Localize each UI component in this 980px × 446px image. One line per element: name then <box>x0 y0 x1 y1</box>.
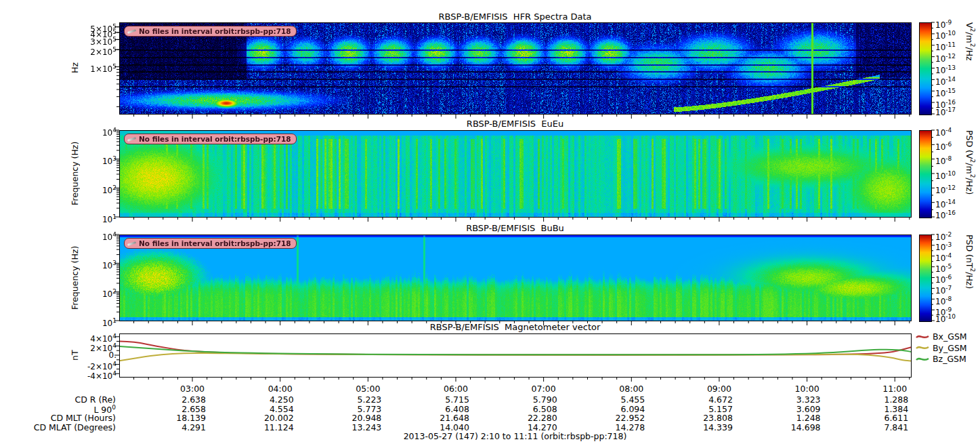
time-tick-label: 05:00 <box>346 384 389 394</box>
colorbar2-tick: 10-8 <box>935 155 976 166</box>
colorbar1-tick: 10-17 <box>935 106 976 117</box>
no-files-badge-panel1: No files in interval orbit:rbspb-pp:718 <box>124 26 297 37</box>
colorbar3-tick: 10-3 <box>935 241 976 252</box>
panel2-ytick: 101 <box>0 213 116 224</box>
colorbar2-tick: 10-12 <box>935 184 976 195</box>
colorbar-panel3 <box>919 235 932 322</box>
no-files-badge-panel2: No files in interval orbit:rbspb-pp:718 <box>124 134 297 144</box>
panel2-title: RBSP-B/EMFISIS EuEu <box>119 119 911 129</box>
panel3-ytick: 104 <box>0 230 116 242</box>
legend-item-by_gsm: By_GSM <box>916 343 967 353</box>
time-tick-label: 06:00 <box>434 384 477 394</box>
colorbar3-tick: 10-8 <box>935 295 976 306</box>
no-files-badge-text: No files in interval orbit:rbspb-pp:718 <box>139 239 291 247</box>
colorbar2-tick: 10-10 <box>935 169 976 181</box>
panel2-ylabel: Frequency (Hz) <box>70 130 80 217</box>
colorbar2-tick: 10-4 <box>935 126 976 138</box>
colorbar3-tick: 10-7 <box>935 284 976 296</box>
panel3-ytick: 103 <box>0 259 116 270</box>
colorbar3-tick: 10-5 <box>935 262 976 274</box>
colorbar3-tick: 10-6 <box>935 273 976 285</box>
panel4-ytick: -4×104 <box>0 369 116 381</box>
colorbar1-tick: 10-14 <box>935 75 976 87</box>
colorbar1-tick: 10-9 <box>935 18 976 30</box>
panel3-ytick: 102 <box>0 287 116 299</box>
time-tick-label: 08:00 <box>610 384 653 394</box>
legend-line-swatch <box>916 344 929 351</box>
colorbar3-tick: 10-4 <box>935 251 976 263</box>
colorbar1-tick: 10-10 <box>935 29 976 41</box>
panel2-ytick: 104 <box>0 126 116 138</box>
panel4-title: RBSP-B/EMFISIS Magnetometer vector <box>119 322 911 332</box>
time-range-caption: 2013-05-27 (147) 2:10 to 11:11 (orbit:rb… <box>119 431 911 441</box>
no-files-badge-text: No files in interval orbit:rbspb-pp:718 <box>139 135 291 143</box>
ephemeris-row-label: CD MLAT (Degrees) <box>0 422 116 432</box>
legend-label: Bz_GSM <box>933 354 966 364</box>
legend-item-bx_gsm: Bx_GSM <box>916 331 967 342</box>
panel3-ytick: 101 <box>0 317 116 328</box>
pencil-icon <box>127 136 136 142</box>
pencil-icon <box>127 28 136 34</box>
colorbar-panel2 <box>919 130 932 218</box>
panel4-ytick: 0. <box>0 351 116 360</box>
legend-line-swatch <box>916 333 929 340</box>
panel1-ytick: 1×105 <box>0 62 116 74</box>
colorbar1-tick: 10-13 <box>935 64 976 75</box>
no-files-badge-text: No files in interval orbit:rbspb-pp:718 <box>139 27 291 35</box>
legend-item-bz_gsm: Bz_GSM <box>916 354 966 364</box>
colorbar3-tick: 10-2 <box>935 230 976 242</box>
magnetometer-line-canvas[interactable] <box>119 333 911 377</box>
time-tick-label: 11:00 <box>873 384 916 394</box>
colorbar3-tick: 10-10 <box>935 312 976 324</box>
colorbar1-tick: 10-12 <box>935 52 976 64</box>
legend-label: By_GSM <box>933 343 967 353</box>
panel1-ytick: 2×105 <box>0 45 116 57</box>
colorbar2-tick: 10-6 <box>935 140 976 152</box>
panel2-ytick: 102 <box>0 184 116 195</box>
colorbar2-tick: 10-16 <box>935 209 976 220</box>
colorbar1-tick: 10-15 <box>935 87 976 98</box>
panel3-title: RBSP-B/EMFISIS BuBu <box>119 223 911 233</box>
panel3-ylabel: Frequency (Hz) <box>70 235 80 321</box>
legend-line-swatch <box>916 356 929 363</box>
colorbar1-tick: 10-11 <box>935 41 976 52</box>
panel1-title: RBSP-B/EMFISIS HFR Spectra Data <box>119 12 911 22</box>
time-tick-label: 09:00 <box>698 384 741 394</box>
time-tick-label: 04:00 <box>259 384 302 394</box>
no-files-badge-panel3: No files in interval orbit:rbspb-pp:718 <box>124 238 297 249</box>
pencil-icon <box>127 241 136 246</box>
legend-label: Bx_GSM <box>933 331 967 342</box>
time-tick-label: 10:00 <box>786 384 829 394</box>
colorbar-panel1 <box>919 22 932 115</box>
time-tick-label: 07:00 <box>522 384 566 394</box>
time-tick-label: 03:00 <box>171 384 214 394</box>
plot-figure: RBSP-B/EMFISIS HFR Spectra Data RBSP-B/E… <box>0 0 980 446</box>
panel2-ytick: 103 <box>0 155 116 166</box>
